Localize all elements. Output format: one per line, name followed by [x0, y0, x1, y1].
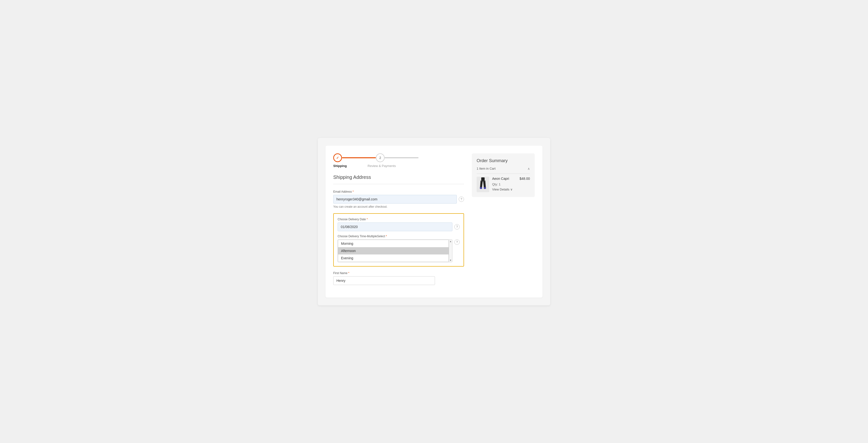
product-image-svg	[478, 177, 488, 191]
order-summary-title: Order Summary	[476, 158, 530, 163]
item-image	[476, 177, 489, 192]
cart-item: Aeon Capri $48.00 Qty: 1 View Details ∨	[476, 177, 530, 192]
multi-select-container: Morning Afternoon Evening ▲ ▼ ?	[338, 239, 460, 262]
cart-toggle-icon[interactable]: ∧	[527, 167, 530, 171]
svg-point-2	[480, 187, 482, 189]
step2-number: 2	[379, 156, 381, 160]
email-field-row: ?	[333, 195, 464, 204]
page-container: ✓ 2 Shipping Review & Payments S	[318, 138, 550, 305]
email-required-star: *	[352, 190, 354, 194]
main-content: ✓ 2 Shipping Review & Payments S	[333, 153, 464, 290]
first-name-required: *	[348, 271, 349, 275]
step-line-upcoming	[384, 157, 418, 158]
delivery-date-label: Choose Delivery Date *	[338, 217, 460, 221]
item-details: Aeon Capri $48.00 Qty: 1 View Details ∨	[492, 177, 530, 192]
first-name-input[interactable]	[333, 276, 435, 285]
email-input[interactable]	[333, 195, 457, 204]
progress-steps: ✓ 2 Shipping Review & Payments	[333, 153, 464, 168]
delivery-time-required: *	[386, 235, 387, 238]
email-label-text: Email Address	[333, 190, 352, 194]
checkout-card: ✓ 2 Shipping Review & Payments S	[326, 146, 542, 298]
first-name-label-text: First Name	[333, 271, 347, 275]
delivery-time-help-icon[interactable]: ?	[454, 239, 460, 245]
delivery-time-group: Choose Delivery Time-MultipleSelect * Mo…	[338, 235, 460, 262]
item-name: Aeon Capri	[492, 177, 509, 181]
email-field-group: Email Address * ? You can create an acco…	[333, 190, 464, 208]
delivery-time-label: Choose Delivery Time-MultipleSelect *	[338, 235, 460, 238]
step-labels: Shipping Review & Payments	[333, 164, 396, 168]
step2-circle: 2	[376, 153, 384, 162]
delivery-date-label-text: Choose Delivery Date	[338, 217, 366, 221]
view-details-chevron: ∨	[510, 187, 513, 191]
section-title: Shipping Address	[333, 175, 464, 180]
email-help-icon[interactable]: ?	[459, 197, 464, 202]
help-question-mark-3: ?	[456, 240, 458, 244]
email-label: Email Address *	[333, 190, 464, 194]
email-hint-text: You can create an account after checkout…	[333, 205, 464, 208]
delivery-date-field-row: ?	[338, 223, 460, 231]
delivery-date-help-icon[interactable]: ?	[454, 224, 460, 230]
first-name-field-group: First Name *	[333, 271, 464, 285]
multi-select-wrapper: Morning Afternoon Evening ▲ ▼	[338, 239, 453, 262]
svg-point-3	[484, 187, 486, 189]
cart-header: 1 Item in Cart ∧	[476, 167, 530, 174]
option-evening[interactable]: Evening	[338, 255, 448, 262]
view-details-link[interactable]: View Details ∨	[492, 187, 530, 191]
item-qty: Qty: 1	[492, 182, 530, 186]
step1-label: Shipping	[333, 164, 342, 168]
delivery-date-group: Choose Delivery Date * ?	[338, 217, 460, 231]
delivery-time-label-text: Choose Delivery Time-MultipleSelect	[338, 235, 385, 238]
delivery-date-required: *	[367, 217, 368, 221]
progress-row: ✓ 2	[333, 153, 418, 162]
help-question-mark-2: ?	[456, 225, 458, 229]
svg-rect-0	[481, 177, 485, 181]
order-summary-box: Order Summary 1 Item in Cart ∧	[472, 153, 535, 197]
svg-rect-1	[480, 181, 485, 181]
delivery-date-input[interactable]	[338, 223, 453, 231]
option-morning[interactable]: Morning	[338, 240, 448, 247]
multi-select-options[interactable]: Morning Afternoon Evening	[338, 240, 449, 262]
checkmark-icon: ✓	[336, 156, 339, 160]
step1-circle: ✓	[333, 153, 342, 162]
first-name-label: First Name *	[333, 271, 464, 275]
scroll-down-arrow[interactable]: ▼	[450, 259, 452, 262]
option-afternoon[interactable]: Afternoon	[338, 247, 448, 255]
cart-count: 1 Item in Cart	[476, 167, 496, 170]
select-scrollbar: ▲ ▼	[449, 240, 452, 262]
help-question-mark: ?	[461, 198, 462, 201]
sidebar: Order Summary 1 Item in Cart ∧	[472, 153, 535, 290]
item-name-price-row: Aeon Capri $48.00	[492, 177, 530, 181]
scroll-up-arrow[interactable]: ▲	[450, 240, 452, 243]
view-details-text: View Details	[492, 187, 509, 191]
item-price: $48.00	[520, 177, 530, 181]
step2-label: Review & Payments	[367, 164, 396, 168]
step-line-completed	[342, 157, 376, 158]
delivery-box: Choose Delivery Date * ? Choose Delivery…	[333, 213, 464, 267]
